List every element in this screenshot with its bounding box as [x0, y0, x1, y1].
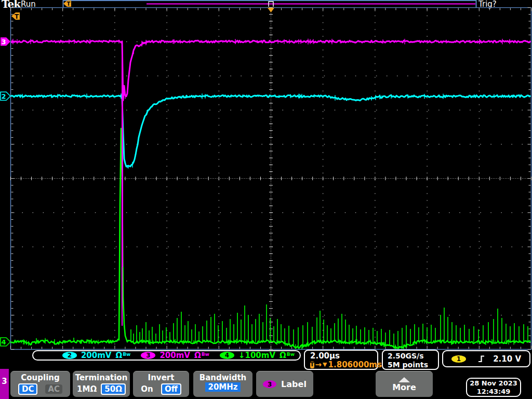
trigger-source-badge[interactable]: 1: [451, 355, 466, 363]
more-button-text: More: [392, 383, 416, 392]
coupling-ac-option[interactable]: AC: [45, 384, 62, 394]
channel-2-badge[interactable]: 2: [62, 352, 77, 359]
triangle-up-icon: [398, 377, 410, 382]
rising-edge-icon: [477, 354, 485, 363]
arrow-right-icon: →: [315, 361, 322, 369]
datetime-display: 28 Nov 2023 12:43:49: [466, 378, 521, 397]
svg-text:2: 2: [1, 92, 6, 100]
trigger-readout[interactable]: 1 2.10 V: [442, 350, 530, 367]
termination-title: Termination: [73, 373, 130, 382]
termination-1m-option[interactable]: 1MΩ: [77, 384, 97, 394]
channel-readouts[interactable]: 2 200mV ΩBw 3 200mV ΩBw 4 ↓100mV ΩBw: [32, 350, 301, 361]
acquisition-preview-bar[interactable]: T: [0, 0, 532, 8]
channel-2-marker[interactable]: 2: [1, 92, 10, 100]
acquisition-readout[interactable]: 2.50GS/s 5M points: [382, 350, 439, 370]
svg-text:4: 4: [1, 338, 6, 346]
termination-button[interactable]: Termination 1MΩ 50Ω: [73, 371, 130, 397]
horizontal-readout[interactable]: 2.00µs T → ▼ 1.806000ms: [304, 350, 378, 370]
expansion-point-marker-icon[interactable]: [268, 8, 274, 12]
invert-arrow-icon: ↓: [238, 351, 245, 360]
coupling-dc-option[interactable]: DC: [18, 383, 37, 395]
horizontal-scale: 2.00µs: [310, 352, 377, 361]
trigger-position-marker-icon[interactable]: T: [11, 12, 20, 20]
invert-title: Invert: [133, 373, 189, 382]
trigger-delay-readout: T → ▼ 1.806000ms: [310, 361, 377, 369]
channel-4-impedance: ΩBw: [280, 352, 295, 360]
invert-on-option[interactable]: On: [141, 384, 153, 394]
channel-3-badge[interactable]: 3: [141, 352, 155, 359]
label-button-text: Label: [281, 379, 307, 389]
channel-3-marker[interactable]: 3: [1, 37, 10, 46]
termination-50-option[interactable]: 50Ω: [101, 383, 126, 395]
coupling-button[interactable]: Coupling DC AC: [10, 371, 70, 397]
svg-text:T: T: [67, 1, 71, 7]
date-text: 28 Nov 2023: [467, 379, 520, 388]
invert-button[interactable]: Invert On Off: [133, 371, 189, 397]
trigger-level: 2.10 V: [493, 354, 521, 364]
channel-4-marker[interactable]: 4: [1, 338, 10, 346]
more-button[interactable]: More: [376, 371, 433, 397]
graticule-grid: [11, 8, 531, 350]
channel-3-scale: 200mV: [159, 352, 190, 360]
channel-2-readout[interactable]: 2 200mV ΩBw: [62, 352, 131, 360]
channel-4-scale: ↓100mV: [238, 352, 275, 360]
channel-2-impedance: ΩBw: [115, 352, 130, 360]
channel-2-scale: 200mV: [81, 352, 112, 360]
channel-3-readout[interactable]: 3 200mV ΩBw: [141, 352, 209, 360]
time-text: 12:43:49: [467, 388, 520, 396]
channel-menu-tab[interactable]: 3: [0, 369, 9, 399]
preview-trigger-position-icon[interactable]: T: [63, 1, 71, 7]
record-length: 5M points: [388, 361, 438, 369]
triangle-down-icon: ▼: [323, 361, 327, 369]
svg-text:T: T: [15, 13, 19, 20]
svg-text:3: 3: [1, 38, 6, 46]
invert-off-option[interactable]: Off: [161, 383, 181, 395]
channel-4-badge[interactable]: 4: [220, 352, 234, 359]
channel-4-readout[interactable]: 4 ↓100mV ΩBw: [220, 352, 295, 360]
trigger-delay-value: 1.806000ms: [328, 361, 382, 369]
bandwidth-value[interactable]: 20MHz: [205, 382, 240, 392]
trigger-delay-t-icon: T: [310, 362, 314, 368]
label-channel-badge: 3: [263, 380, 276, 388]
sample-rate: 2.50GS/s: [388, 352, 438, 361]
channel-3-impedance: ΩBw: [194, 352, 209, 360]
bandwidth-button[interactable]: Bandwidth 20MHz: [193, 371, 252, 397]
coupling-title: Coupling: [10, 373, 70, 382]
waveform-display[interactable]: T 3 2 4: [0, 7, 532, 350]
oscilloscope-screen: T Tek Run Trig? T 3 2 4: [0, 0, 532, 399]
label-button[interactable]: 3 Label: [256, 371, 313, 397]
bandwidth-title: Bandwidth: [193, 373, 252, 382]
